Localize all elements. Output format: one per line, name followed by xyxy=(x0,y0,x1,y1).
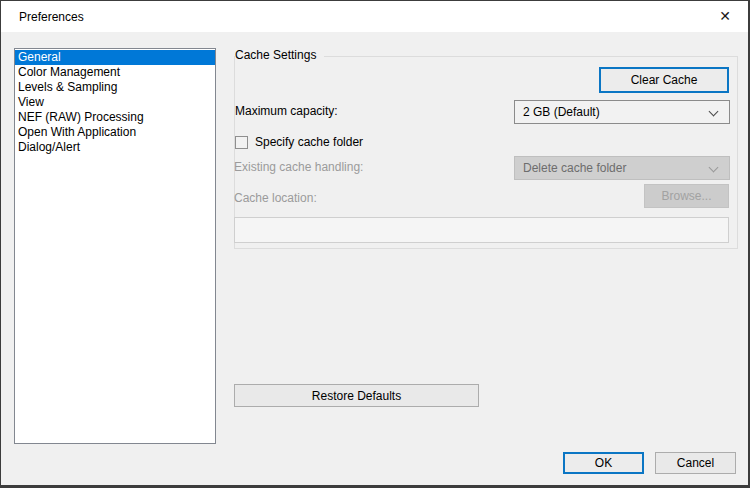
specify-cache-folder-label: Specify cache folder xyxy=(255,135,363,150)
restore-defaults-button[interactable]: Restore Defaults xyxy=(234,384,479,407)
existing-cache-handling-value: Delete cache folder xyxy=(523,161,626,175)
window-title: Preferences xyxy=(1,10,84,24)
sidebar-item-view[interactable]: View xyxy=(15,95,215,110)
cancel-button[interactable]: Cancel xyxy=(655,452,736,474)
chevron-down-icon xyxy=(709,107,719,117)
sidebar-item-levels-sampling[interactable]: Levels & Sampling xyxy=(15,80,215,95)
existing-cache-handling-label: Existing cache handling: xyxy=(234,160,363,175)
specify-cache-folder-checkbox[interactable] xyxy=(235,136,248,149)
chevron-down-icon xyxy=(709,163,719,173)
sidebar-item-dialog-alert[interactable]: Dialog/Alert xyxy=(15,140,215,155)
titlebar: Preferences ✕ xyxy=(1,1,748,32)
cache-location-label: Cache location: xyxy=(234,191,317,206)
cache-location-input xyxy=(234,217,729,243)
existing-cache-handling-select: Delete cache folder xyxy=(514,156,730,180)
preferences-dialog: Preferences ✕ General Color Management L… xyxy=(0,0,750,488)
cache-settings-group-label: Cache Settings xyxy=(235,48,324,63)
sidebar-item-general[interactable]: General xyxy=(15,50,215,65)
category-listbox[interactable]: General Color Management Levels & Sampli… xyxy=(14,48,216,444)
ok-button[interactable]: OK xyxy=(563,452,644,474)
maximum-capacity-value: 2 GB (Default) xyxy=(523,105,600,119)
browse-button: Browse... xyxy=(644,184,729,208)
maximum-capacity-label: Maximum capacity: xyxy=(235,104,338,119)
maximum-capacity-select[interactable]: 2 GB (Default) xyxy=(514,100,730,124)
clear-cache-button[interactable]: Clear Cache xyxy=(599,67,729,93)
sidebar-item-color-management[interactable]: Color Management xyxy=(15,65,215,80)
sidebar-item-nef-raw-processing[interactable]: NEF (RAW) Processing xyxy=(15,110,215,125)
close-icon[interactable]: ✕ xyxy=(702,1,748,31)
sidebar-item-open-with-application[interactable]: Open With Application xyxy=(15,125,215,140)
